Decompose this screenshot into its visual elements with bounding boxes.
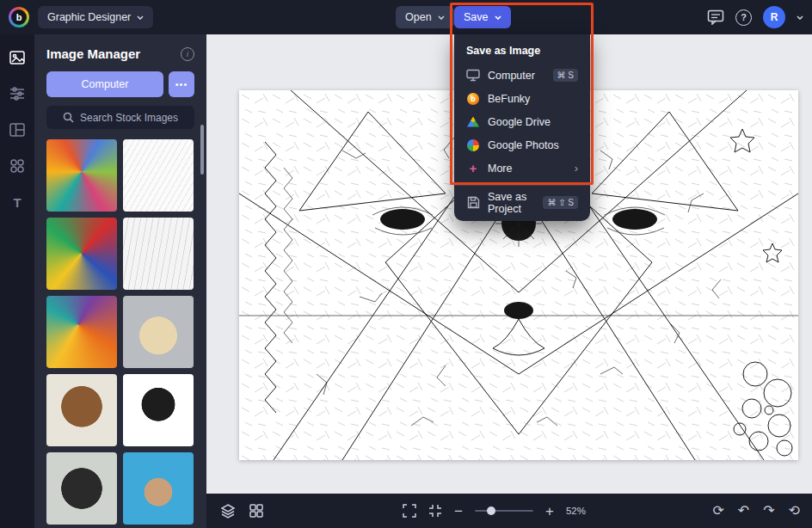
header-right-group: ? R <box>707 0 803 34</box>
plus-icon: + <box>466 161 480 175</box>
zoom-out-icon[interactable]: − <box>454 504 463 519</box>
feedback-chat-icon[interactable] <box>707 9 724 25</box>
help-icon[interactable]: ? <box>735 9 752 26</box>
info-icon[interactable]: i <box>181 47 194 61</box>
refresh-icon[interactable]: ⟳ <box>712 504 723 518</box>
zoom-slider[interactable] <box>475 510 533 512</box>
zoom-in-icon[interactable]: + <box>545 504 554 519</box>
thumbnail-happy-brown-dog[interactable] <box>46 374 117 446</box>
stock-image-search-input[interactable]: Search Stock Images <box>46 106 194 129</box>
menu-item-more[interactable]: + More › <box>454 157 590 180</box>
search-icon <box>63 112 74 123</box>
open-button-label: Open <box>405 11 432 23</box>
menu-item-label: Google Drive <box>488 116 578 128</box>
befunky-icon: b <box>466 93 480 105</box>
menu-item-google-photos[interactable]: Google Photos <box>454 133 590 157</box>
app-switcher-label: Graphic Designer <box>47 11 131 23</box>
menu-item-computer[interactable]: Computer ⌘ S <box>454 64 590 87</box>
computer-icon <box>466 69 480 82</box>
rail-edit-sliders-icon[interactable] <box>8 84 27 103</box>
google-drive-icon <box>466 117 480 127</box>
panel-scrollbar[interactable] <box>200 125 204 175</box>
thumbnail-cat-sketch[interactable] <box>123 139 194 212</box>
chevron-right-icon: › <box>575 162 578 175</box>
menu-item-google-drive[interactable]: Google Drive <box>454 110 590 133</box>
computer-upload-button[interactable]: Computer <box>46 71 163 97</box>
rail-text-icon[interactable]: T <box>8 193 27 212</box>
thumbnail-black-dog[interactable] <box>46 452 117 525</box>
panel-title: Image Manager <box>46 46 140 61</box>
save-project-icon <box>466 196 480 209</box>
menu-item-label: BeFunky <box>488 93 578 105</box>
redo-icon[interactable]: ↷ <box>763 504 774 518</box>
rail-image-manager-icon[interactable] <box>8 48 27 67</box>
chevron-down-icon <box>438 15 445 20</box>
zoom-level-value[interactable]: 52% <box>566 506 586 516</box>
app-switcher-menu[interactable]: Graphic Designer <box>38 6 153 28</box>
save-button-label: Save <box>464 11 489 23</box>
rail-templates-icon[interactable] <box>8 120 27 139</box>
menu-item-label: Save as Project <box>488 191 535 215</box>
menu-divider <box>454 185 590 186</box>
google-photos-icon <box>466 139 480 151</box>
avatar-initial: R <box>771 11 778 23</box>
user-avatar[interactable]: R <box>763 6 785 28</box>
thumbnail-painted-dog[interactable] <box>46 296 117 368</box>
menu-item-label: More <box>488 163 567 175</box>
open-button[interactable]: Open <box>396 6 454 28</box>
menu-item-save-as-project[interactable]: Save as Project ⌘ ⇧ S <box>454 191 590 214</box>
image-manager-panel: Image Manager i Computer ••• Search Stoc… <box>34 34 206 528</box>
history-reset-icon[interactable]: ⟲ <box>789 504 800 518</box>
bottom-toolbar: − + 52% ⟳ ↶ ↷ ⟲ <box>206 494 812 528</box>
befunky-logo-letter: b <box>11 9 27 25</box>
tool-rail: T <box>0 34 34 528</box>
thumbnail-kid-in-pool[interactable] <box>123 452 194 525</box>
undo-icon[interactable]: ↶ <box>738 504 749 518</box>
menu-item-label: Google Photos <box>488 139 578 151</box>
save-button[interactable]: Save <box>454 6 511 28</box>
thumbnail-colorful-dogs[interactable] <box>46 218 117 290</box>
app-window: b Graphic Designer Open Save ? R <box>0 0 812 528</box>
shortcut-badge: ⌘ ⇧ S <box>543 196 578 209</box>
save-dropdown-menu: Save as Image Computer ⌘ S b BeFunky Goo… <box>454 34 590 221</box>
layers-icon[interactable] <box>220 503 236 519</box>
menu-item-befunky[interactable]: b BeFunky <box>454 87 590 110</box>
chevron-down-icon <box>137 15 144 20</box>
search-placeholder: Search Stock Images <box>80 112 178 124</box>
thumbnail-dog-sketch[interactable] <box>123 218 194 290</box>
account-chevron-down-icon[interactable] <box>797 15 803 20</box>
zoom-slider-knob[interactable] <box>487 507 495 515</box>
help-glyph: ? <box>741 12 747 22</box>
thumbnail-smiling-dog[interactable] <box>123 296 194 368</box>
top-bar: b Graphic Designer Open Save ? R <box>0 0 812 34</box>
thumbnail-grid <box>46 139 194 528</box>
more-sources-button[interactable]: ••• <box>169 71 194 97</box>
chevron-down-icon <box>495 15 501 20</box>
thumbnail-geometric-dog[interactable] <box>46 139 117 212</box>
rail-graphics-icon[interactable] <box>8 157 27 175</box>
fullscreen-icon[interactable] <box>403 504 416 518</box>
fit-to-screen-icon[interactable] <box>428 504 442 518</box>
thumbnail-black-white-cat[interactable] <box>123 374 194 446</box>
shortcut-badge: ⌘ S <box>553 69 578 82</box>
befunky-logo[interactable]: b <box>9 7 29 28</box>
save-menu-header: Save as Image <box>454 43 590 64</box>
grid-view-icon[interactable] <box>249 504 263 518</box>
menu-item-label: Computer <box>488 70 545 82</box>
